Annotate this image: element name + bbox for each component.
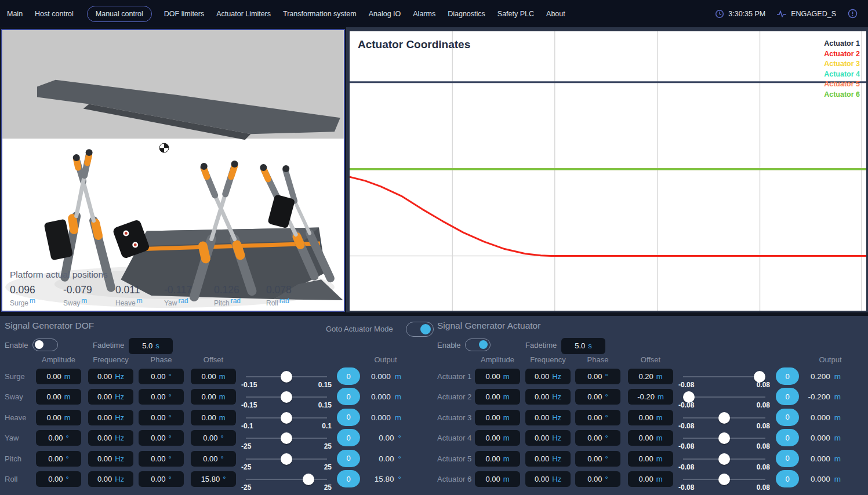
offset-input[interactable]: 15.80° <box>191 471 236 487</box>
frequency-input[interactable]: 0.00Hz <box>525 471 571 487</box>
slider-track[interactable] <box>246 396 327 398</box>
signal-generator-dof-panel: Signal Generator DOF Enable Fadetime 5.0… <box>0 316 433 495</box>
slider-track[interactable] <box>683 396 765 398</box>
nav-item-host-control[interactable]: Host control <box>35 10 74 18</box>
amplitude-input[interactable]: 0.00m <box>475 389 520 405</box>
offset-input[interactable]: 0.00m <box>191 389 236 405</box>
offset-slider[interactable]: -0.1 0.1 <box>241 407 332 428</box>
offset-input[interactable]: 0.00m <box>191 369 236 384</box>
frequency-input[interactable]: 0.00Hz <box>525 369 571 384</box>
phase-input[interactable]: 0.00° <box>139 410 184 425</box>
dof-enable-toggle[interactable] <box>32 339 58 351</box>
frequency-input[interactable]: 0.00Hz <box>88 471 133 487</box>
slider-track[interactable] <box>683 458 765 460</box>
frequency-input[interactable]: 0.00Hz <box>88 389 133 405</box>
amplitude-input[interactable]: 0.00m <box>36 389 81 405</box>
slider-thumb[interactable] <box>718 412 730 424</box>
nav-item-about[interactable]: About <box>546 10 565 18</box>
slider-track[interactable] <box>683 376 765 377</box>
phase-input[interactable]: 0.00° <box>139 430 184 446</box>
phase-input[interactable]: 0.00° <box>575 369 620 384</box>
slider-track[interactable] <box>683 479 765 480</box>
slider-track[interactable] <box>246 376 327 377</box>
phase-input[interactable]: 0.00° <box>575 410 620 425</box>
amplitude-input[interactable]: 0.00m <box>475 369 520 384</box>
offset-slider[interactable]: -0.08 0.08 <box>678 387 770 407</box>
phase-input[interactable]: 0.00° <box>575 471 620 487</box>
slider-thumb[interactable] <box>303 474 314 485</box>
slider-thumb[interactable] <box>718 474 730 485</box>
nav-item-manual-control[interactable]: Manual control <box>87 6 152 22</box>
frequency-input[interactable]: 0.00Hz <box>88 451 133 467</box>
amplitude-input[interactable]: 0.00m <box>475 471 520 487</box>
frequency-input[interactable]: 0.00Hz <box>88 410 133 425</box>
amplitude-input[interactable]: 0.00° <box>36 451 81 467</box>
amplitude-input[interactable]: 0.00° <box>36 430 81 446</box>
nav-item-main[interactable]: Main <box>7 10 23 18</box>
frequency-input[interactable]: 0.00Hz <box>525 410 571 425</box>
offset-slider[interactable]: -0.08 0.08 <box>678 449 770 469</box>
offset-slider[interactable]: -0.08 0.08 <box>678 469 770 490</box>
nav-item-dof-limiters[interactable]: DOF limiters <box>164 10 204 18</box>
frequency-input[interactable]: 0.00Hz <box>525 451 571 467</box>
amplitude-input[interactable]: 0.00m <box>36 369 81 384</box>
offset-input[interactable]: 0.00m <box>628 430 673 446</box>
phase-input[interactable]: 0.00° <box>575 430 620 446</box>
phase-input[interactable]: 0.00° <box>139 471 184 487</box>
phase-input[interactable]: 0.00° <box>139 451 184 467</box>
dof-fadetime-input[interactable]: 5.0s <box>129 338 173 354</box>
offset-slider[interactable]: -25 25 <box>241 449 332 469</box>
row-label: Actuator 5 <box>437 449 471 469</box>
frequency-input[interactable]: 0.00Hz <box>88 369 133 384</box>
actuator-fadetime-input[interactable]: 5.0s <box>561 338 605 354</box>
slider-thumb[interactable] <box>718 453 730 465</box>
offset-input[interactable]: 0.00m <box>191 410 236 425</box>
offset-input[interactable]: 0.20m <box>628 369 673 384</box>
nav-item-actuator-limiters[interactable]: Actuator Limiters <box>216 10 271 18</box>
offset-input[interactable]: 0.00° <box>191 451 236 467</box>
nav-item-transformation-system[interactable]: Transformation system <box>283 10 357 18</box>
slider-thumb[interactable] <box>281 371 292 383</box>
slider-thumb[interactable] <box>281 391 292 403</box>
amplitude-input[interactable]: 0.00° <box>36 471 81 487</box>
frequency-input[interactable]: 0.00Hz <box>525 430 571 446</box>
slider-thumb[interactable] <box>718 432 730 444</box>
phase-input[interactable]: 0.00° <box>139 369 184 384</box>
phase-input[interactable]: 0.00° <box>575 389 620 405</box>
offset-slider[interactable]: -0.08 0.08 <box>678 366 770 387</box>
amplitude-input[interactable]: 0.00m <box>36 410 81 425</box>
offset-slider[interactable]: -0.15 0.15 <box>241 366 332 387</box>
frequency-input[interactable]: 0.00Hz <box>88 430 133 446</box>
slider-track[interactable] <box>246 417 327 418</box>
offset-input[interactable]: 0.00m <box>628 451 673 467</box>
amplitude-input[interactable]: 0.00m <box>475 430 520 446</box>
offset-slider[interactable]: -25 25 <box>241 428 332 449</box>
amplitude-input[interactable]: 0.00m <box>475 410 520 425</box>
nav-item-safety-plc[interactable]: Safety PLC <box>497 10 534 18</box>
frequency-input[interactable]: 0.00Hz <box>525 389 571 405</box>
offset-slider[interactable]: -0.15 0.15 <box>241 387 332 407</box>
amplitude-input[interactable]: 0.00m <box>475 451 520 467</box>
nav-item-analog-io[interactable]: Analog IO <box>369 10 401 18</box>
offset-input[interactable]: 0.00m <box>628 410 673 425</box>
actuator-enable-toggle[interactable] <box>465 339 491 351</box>
slider-track[interactable] <box>683 438 765 439</box>
offset-slider[interactable]: -0.08 0.08 <box>678 428 770 449</box>
phase-input[interactable]: 0.00° <box>139 389 184 405</box>
offset-input[interactable]: 0.00° <box>191 430 236 446</box>
info-icon[interactable] <box>848 9 858 19</box>
offset-slider[interactable]: -0.08 0.08 <box>678 407 770 428</box>
offset-input[interactable]: 0.00m <box>628 471 673 487</box>
slider-track[interactable] <box>246 438 327 439</box>
phase-input[interactable]: 0.00° <box>575 451 620 467</box>
slider-track[interactable] <box>246 479 327 480</box>
nav-item-diagnostics[interactable]: Diagnostics <box>448 10 485 18</box>
slider-track[interactable] <box>246 458 327 460</box>
offset-slider[interactable]: -25 25 <box>241 469 332 490</box>
slider-thumb[interactable] <box>281 453 292 465</box>
slider-thumb[interactable] <box>281 412 292 424</box>
nav-item-alarms[interactable]: Alarms <box>413 10 435 18</box>
slider-track[interactable] <box>683 417 765 418</box>
offset-input[interactable]: -0.20m <box>628 389 673 405</box>
slider-thumb[interactable] <box>281 432 292 444</box>
